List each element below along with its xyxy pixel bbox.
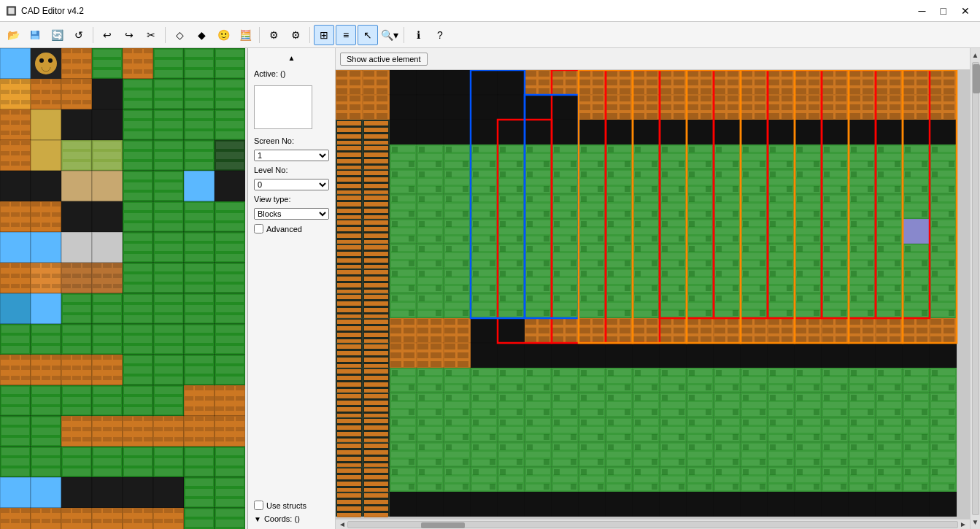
h-scroll-left-arrow[interactable]: ◄ bbox=[337, 519, 347, 529]
gear-button[interactable]: ⚙ bbox=[263, 25, 284, 45]
info-button[interactable]: ℹ bbox=[408, 25, 428, 45]
scroll-up-arrow[interactable]: ▲ bbox=[288, 54, 296, 62]
titlebar: 🔲 CAD Editor v4.2 ─ □ ✕ bbox=[0, 0, 980, 22]
maximize-button[interactable]: □ bbox=[936, 4, 951, 18]
redo-button[interactable]: ↪ bbox=[119, 25, 139, 45]
h-scroll-right-arrow[interactable]: ► bbox=[958, 519, 968, 529]
editor-right: Show active element ◄ ► bbox=[336, 48, 970, 529]
palette-canvas[interactable] bbox=[0, 48, 245, 529]
v-scroll-track[interactable] bbox=[972, 62, 979, 515]
advanced-checkbox[interactable] bbox=[254, 224, 263, 233]
h-scroll-track[interactable] bbox=[347, 521, 958, 528]
list-button[interactable]: ≡ bbox=[336, 25, 356, 45]
v-scrollbar[interactable]: ▲ ▼ bbox=[970, 48, 980, 529]
close-button[interactable]: ✕ bbox=[957, 4, 974, 18]
h-scroll-thumb[interactable] bbox=[421, 522, 465, 528]
advanced-label: Advanced bbox=[266, 225, 302, 233]
use-structs-checkbox[interactable] bbox=[254, 501, 263, 510]
active-preview bbox=[254, 85, 312, 129]
sep2 bbox=[165, 27, 166, 43]
diamond-button[interactable]: ◇ bbox=[169, 25, 190, 45]
sep5 bbox=[404, 27, 404, 43]
gear2-button[interactable]: ⚙ bbox=[285, 25, 306, 45]
cut-button[interactable]: ✂ bbox=[141, 25, 161, 45]
v-scroll-thumb[interactable] bbox=[973, 64, 980, 93]
show-active-button[interactable]: Show active element bbox=[340, 53, 428, 66]
smiley-button[interactable]: 🙂 bbox=[213, 25, 234, 45]
refresh2-button[interactable]: ↺ bbox=[69, 25, 89, 45]
tile-palette[interactable] bbox=[0, 48, 248, 529]
editor-toolbar: Show active element bbox=[336, 48, 970, 70]
sep3 bbox=[259, 27, 260, 43]
minimize-button[interactable]: ─ bbox=[914, 4, 930, 18]
level-no-label: Level No: bbox=[254, 166, 329, 174]
editor-area: Show active element ◄ ► ▲ bbox=[336, 48, 980, 529]
level-canvas[interactable] bbox=[336, 70, 970, 519]
undo-button[interactable]: ↩ bbox=[97, 25, 117, 45]
active-label: Active: () bbox=[254, 69, 329, 78]
app-icon: 🔲 bbox=[6, 6, 17, 16]
main: ▲ Active: () Screen No: 1 2 3 Level No: … bbox=[0, 48, 980, 529]
grid-button[interactable]: ⊞ bbox=[314, 25, 334, 45]
open-button[interactable]: 📂 bbox=[3, 25, 23, 45]
svg-rect-2 bbox=[31, 36, 39, 39]
h-scrollbar[interactable]: ◄ ► bbox=[336, 519, 970, 529]
use-structs-label: Use structs bbox=[266, 501, 306, 510]
screen-no-select[interactable]: 1 2 3 bbox=[254, 150, 329, 161]
advanced-row: Advanced bbox=[254, 224, 329, 233]
help-button[interactable]: ? bbox=[430, 25, 450, 45]
refresh-button[interactable]: 🔄 bbox=[47, 25, 67, 45]
app-title: CAD Editor v4.2 bbox=[21, 6, 84, 16]
palette-scroll[interactable] bbox=[0, 48, 247, 529]
canvas-area[interactable] bbox=[336, 70, 970, 519]
sep4 bbox=[309, 27, 310, 43]
use-structs-row: Use structs bbox=[254, 501, 329, 510]
titlebar-left: 🔲 CAD Editor v4.2 bbox=[6, 6, 84, 16]
view-type-label: View type: bbox=[254, 195, 329, 204]
titlebar-controls: ─ □ ✕ bbox=[914, 4, 974, 18]
v-scroll-up-arrow[interactable]: ▲ bbox=[971, 50, 980, 61]
toolbar: 📂 🔄 ↺ ↩ ↪ ✂ ◇ ◆ 🙂 🧮 ⚙ ⚙ ⊞ ≡ ↖ 🔍▾ ℹ ? bbox=[0, 22, 980, 48]
sidepanel: ▲ Active: () Screen No: 1 2 3 Level No: … bbox=[248, 48, 336, 529]
cursor-button[interactable]: ↖ bbox=[358, 25, 378, 45]
zoom-button[interactable]: 🔍▾ bbox=[379, 25, 400, 45]
coords-label: Coords: () bbox=[264, 514, 300, 523]
diamond2-button[interactable]: ◆ bbox=[191, 25, 212, 45]
screen-no-label: Screen No: bbox=[254, 136, 329, 145]
save-button[interactable] bbox=[25, 25, 45, 45]
level-no-select[interactable]: 0 1 2 bbox=[254, 179, 329, 190]
v-scroll-down-arrow[interactable]: ▼ bbox=[971, 517, 980, 528]
calc-button[interactable]: 🧮 bbox=[235, 25, 255, 45]
view-type-select[interactable]: Blocks Sprites All bbox=[254, 208, 329, 220]
sep1 bbox=[93, 27, 93, 43]
scroll-down-arrow[interactable]: ▼ bbox=[254, 515, 261, 523]
svg-rect-1 bbox=[32, 31, 36, 34]
